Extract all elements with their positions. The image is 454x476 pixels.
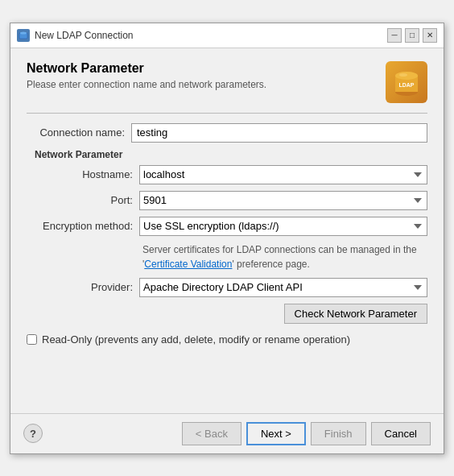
hostname-label: Hostname: <box>35 168 139 180</box>
check-network-button[interactable]: Check Network Parameter <box>284 304 427 324</box>
title-bar-buttons: ─ □ ✕ <box>387 28 437 43</box>
readonly-label: Read-Only (prevents any add, delete, mod… <box>42 333 350 346</box>
title-bar-left: New LDAP Connection <box>17 29 134 42</box>
ldap-icon: LDAP <box>386 61 427 103</box>
readonly-row: Read-Only (prevents any add, delete, mod… <box>27 333 427 346</box>
provider-select[interactable]: Apache Directory LDAP Client API <box>139 278 427 297</box>
cancel-button[interactable]: Cancel <box>371 422 431 445</box>
page-header: Network Parameter Please enter connectio… <box>27 61 427 103</box>
provider-row: Provider: Apache Directory LDAP Client A… <box>35 278 427 297</box>
footer-right: < Back Next > Finish Cancel <box>182 422 431 445</box>
svg-point-1 <box>20 31 27 34</box>
next-button[interactable]: Next > <box>246 422 306 445</box>
network-param-label: Network Parameter <box>35 149 427 160</box>
info-text: Server certificates for LDAP connections… <box>142 242 427 271</box>
encryption-label: Encryption method: <box>35 220 139 232</box>
connection-name-input[interactable] <box>131 123 427 143</box>
connection-name-row: Connection name: <box>27 123 427 143</box>
finish-button[interactable]: Finish <box>311 422 366 445</box>
svg-text:LDAP: LDAP <box>398 82 414 88</box>
close-button[interactable]: ✕ <box>423 28 437 43</box>
help-button[interactable]: ? <box>23 424 43 443</box>
connection-name-label: Connection name: <box>27 126 131 139</box>
main-content: Network Parameter Please enter connectio… <box>10 48 444 413</box>
certificate-validation-link[interactable]: Certificate Validation <box>144 259 232 270</box>
page-header-text: Network Parameter Please enter connectio… <box>27 61 266 90</box>
page-subtitle: Please enter connection name and network… <box>27 79 266 90</box>
port-label: Port: <box>35 194 139 206</box>
encryption-select[interactable]: Use SSL encryption (ldaps://) <box>139 217 427 236</box>
info-text-after: ' preference page. <box>232 259 309 270</box>
encryption-row: Encryption method: Use SSL encryption (l… <box>35 217 427 236</box>
provider-label: Provider: <box>35 281 139 293</box>
back-button[interactable]: < Back <box>182 422 241 445</box>
spacer <box>27 352 427 400</box>
hostname-row: Hostname: localhost <box>35 165 427 184</box>
footer-left: ? <box>23 424 43 443</box>
maximize-button[interactable]: □ <box>405 28 419 43</box>
window-title: New LDAP Connection <box>35 30 134 41</box>
minimize-button[interactable]: ─ <box>387 28 402 43</box>
window-icon <box>17 29 30 42</box>
footer: ? < Back Next > Finish Cancel <box>10 413 444 453</box>
network-param-section: Network Parameter Hostname: localhost Po… <box>35 149 427 324</box>
port-row: Port: 5901 <box>35 191 427 210</box>
readonly-checkbox[interactable] <box>27 334 37 345</box>
hostname-select[interactable]: localhost <box>139 165 427 184</box>
page-title: Network Parameter <box>27 61 266 76</box>
port-select[interactable]: 5901 <box>139 191 427 210</box>
check-btn-row: Check Network Parameter <box>35 304 427 324</box>
title-bar: New LDAP Connection ─ □ ✕ <box>10 23 444 48</box>
dialog-window: New LDAP Connection ─ □ ✕ Network Parame… <box>10 23 444 454</box>
svg-point-5 <box>399 73 407 77</box>
header-separator <box>27 113 427 114</box>
